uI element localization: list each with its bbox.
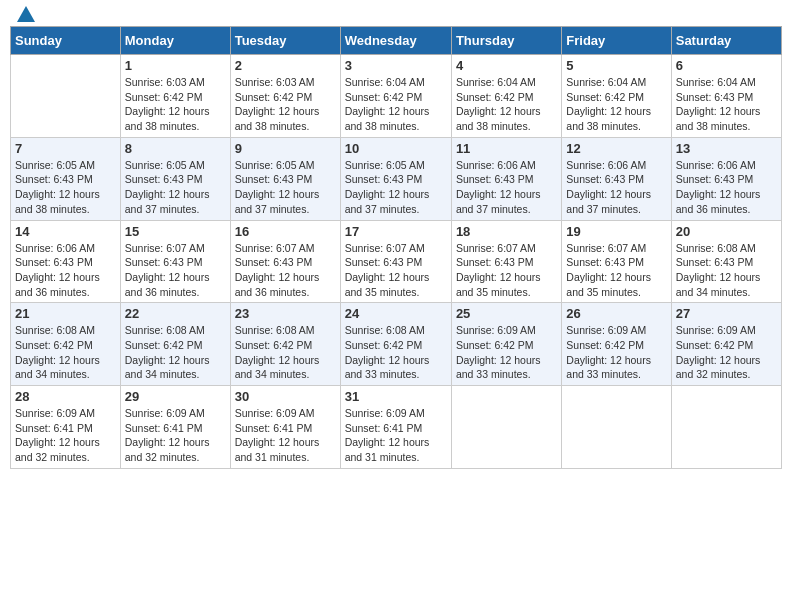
day-number: 11 [456,141,557,156]
day-info: Sunrise: 6:03 AMSunset: 6:42 PMDaylight:… [125,75,226,134]
calendar-cell: 30Sunrise: 6:09 AMSunset: 6:41 PMDayligh… [230,386,340,469]
calendar-cell: 9Sunrise: 6:05 AMSunset: 6:43 PMDaylight… [230,137,340,220]
day-number: 26 [566,306,666,321]
week-row-5: 28Sunrise: 6:09 AMSunset: 6:41 PMDayligh… [11,386,782,469]
day-number: 13 [676,141,777,156]
day-info: Sunrise: 6:07 AMSunset: 6:43 PMDaylight:… [125,241,226,300]
calendar-cell: 28Sunrise: 6:09 AMSunset: 6:41 PMDayligh… [11,386,121,469]
day-info: Sunrise: 6:08 AMSunset: 6:42 PMDaylight:… [125,323,226,382]
col-header-thursday: Thursday [451,27,561,55]
calendar-cell [562,386,671,469]
day-number: 5 [566,58,666,73]
calendar-cell: 23Sunrise: 6:08 AMSunset: 6:42 PMDayligh… [230,303,340,386]
calendar-cell: 27Sunrise: 6:09 AMSunset: 6:42 PMDayligh… [671,303,781,386]
day-number: 19 [566,224,666,239]
day-info: Sunrise: 6:09 AMSunset: 6:42 PMDaylight:… [676,323,777,382]
calendar-cell: 17Sunrise: 6:07 AMSunset: 6:43 PMDayligh… [340,220,451,303]
calendar-cell: 14Sunrise: 6:06 AMSunset: 6:43 PMDayligh… [11,220,121,303]
day-number: 7 [15,141,116,156]
calendar-cell: 2Sunrise: 6:03 AMSunset: 6:42 PMDaylight… [230,55,340,138]
day-info: Sunrise: 6:05 AMSunset: 6:43 PMDaylight:… [15,158,116,217]
day-number: 17 [345,224,447,239]
calendar-header-row: SundayMondayTuesdayWednesdayThursdayFrid… [11,27,782,55]
day-info: Sunrise: 6:08 AMSunset: 6:42 PMDaylight:… [235,323,336,382]
day-info: Sunrise: 6:05 AMSunset: 6:43 PMDaylight:… [235,158,336,217]
day-info: Sunrise: 6:08 AMSunset: 6:42 PMDaylight:… [345,323,447,382]
calendar-cell: 26Sunrise: 6:09 AMSunset: 6:42 PMDayligh… [562,303,671,386]
day-number: 23 [235,306,336,321]
day-number: 4 [456,58,557,73]
calendar-cell: 7Sunrise: 6:05 AMSunset: 6:43 PMDaylight… [11,137,121,220]
day-info: Sunrise: 6:03 AMSunset: 6:42 PMDaylight:… [235,75,336,134]
calendar-cell: 31Sunrise: 6:09 AMSunset: 6:41 PMDayligh… [340,386,451,469]
calendar-cell: 24Sunrise: 6:08 AMSunset: 6:42 PMDayligh… [340,303,451,386]
day-number: 12 [566,141,666,156]
calendar-cell: 22Sunrise: 6:08 AMSunset: 6:42 PMDayligh… [120,303,230,386]
col-header-monday: Monday [120,27,230,55]
col-header-saturday: Saturday [671,27,781,55]
day-info: Sunrise: 6:09 AMSunset: 6:41 PMDaylight:… [15,406,116,465]
week-row-1: 1Sunrise: 6:03 AMSunset: 6:42 PMDaylight… [11,55,782,138]
day-number: 16 [235,224,336,239]
day-number: 15 [125,224,226,239]
calendar-cell: 6Sunrise: 6:04 AMSunset: 6:43 PMDaylight… [671,55,781,138]
day-info: Sunrise: 6:07 AMSunset: 6:43 PMDaylight:… [456,241,557,300]
calendar-cell: 19Sunrise: 6:07 AMSunset: 6:43 PMDayligh… [562,220,671,303]
calendar-cell: 12Sunrise: 6:06 AMSunset: 6:43 PMDayligh… [562,137,671,220]
day-info: Sunrise: 6:07 AMSunset: 6:43 PMDaylight:… [235,241,336,300]
week-row-2: 7Sunrise: 6:05 AMSunset: 6:43 PMDaylight… [11,137,782,220]
calendar-cell: 3Sunrise: 6:04 AMSunset: 6:42 PMDaylight… [340,55,451,138]
day-info: Sunrise: 6:09 AMSunset: 6:42 PMDaylight:… [566,323,666,382]
calendar-cell: 21Sunrise: 6:08 AMSunset: 6:42 PMDayligh… [11,303,121,386]
calendar-cell: 10Sunrise: 6:05 AMSunset: 6:43 PMDayligh… [340,137,451,220]
day-info: Sunrise: 6:06 AMSunset: 6:43 PMDaylight:… [15,241,116,300]
day-info: Sunrise: 6:08 AMSunset: 6:42 PMDaylight:… [15,323,116,382]
day-info: Sunrise: 6:04 AMSunset: 6:43 PMDaylight:… [676,75,777,134]
logo-triangle-icon [17,6,35,22]
day-info: Sunrise: 6:04 AMSunset: 6:42 PMDaylight:… [456,75,557,134]
day-info: Sunrise: 6:09 AMSunset: 6:41 PMDaylight:… [235,406,336,465]
day-number: 8 [125,141,226,156]
calendar-cell: 5Sunrise: 6:04 AMSunset: 6:42 PMDaylight… [562,55,671,138]
calendar-cell: 20Sunrise: 6:08 AMSunset: 6:43 PMDayligh… [671,220,781,303]
day-info: Sunrise: 6:05 AMSunset: 6:43 PMDaylight:… [125,158,226,217]
day-number: 3 [345,58,447,73]
day-info: Sunrise: 6:06 AMSunset: 6:43 PMDaylight:… [676,158,777,217]
day-info: Sunrise: 6:09 AMSunset: 6:42 PMDaylight:… [456,323,557,382]
day-number: 1 [125,58,226,73]
calendar-cell: 13Sunrise: 6:06 AMSunset: 6:43 PMDayligh… [671,137,781,220]
calendar-cell: 4Sunrise: 6:04 AMSunset: 6:42 PMDaylight… [451,55,561,138]
week-row-3: 14Sunrise: 6:06 AMSunset: 6:43 PMDayligh… [11,220,782,303]
day-number: 22 [125,306,226,321]
day-number: 10 [345,141,447,156]
col-header-friday: Friday [562,27,671,55]
day-info: Sunrise: 6:05 AMSunset: 6:43 PMDaylight:… [345,158,447,217]
calendar-cell: 11Sunrise: 6:06 AMSunset: 6:43 PMDayligh… [451,137,561,220]
day-number: 24 [345,306,447,321]
day-info: Sunrise: 6:06 AMSunset: 6:43 PMDaylight:… [566,158,666,217]
day-info: Sunrise: 6:08 AMSunset: 6:43 PMDaylight:… [676,241,777,300]
day-number: 27 [676,306,777,321]
calendar-cell: 8Sunrise: 6:05 AMSunset: 6:43 PMDaylight… [120,137,230,220]
calendar-cell: 16Sunrise: 6:07 AMSunset: 6:43 PMDayligh… [230,220,340,303]
col-header-tuesday: Tuesday [230,27,340,55]
day-number: 30 [235,389,336,404]
day-info: Sunrise: 6:09 AMSunset: 6:41 PMDaylight:… [125,406,226,465]
calendar-cell: 29Sunrise: 6:09 AMSunset: 6:41 PMDayligh… [120,386,230,469]
day-number: 31 [345,389,447,404]
calendar-cell: 1Sunrise: 6:03 AMSunset: 6:42 PMDaylight… [120,55,230,138]
day-number: 9 [235,141,336,156]
day-number: 2 [235,58,336,73]
col-header-wednesday: Wednesday [340,27,451,55]
col-header-sunday: Sunday [11,27,121,55]
day-number: 29 [125,389,226,404]
day-number: 18 [456,224,557,239]
day-info: Sunrise: 6:06 AMSunset: 6:43 PMDaylight:… [456,158,557,217]
header [10,10,782,18]
day-number: 20 [676,224,777,239]
day-info: Sunrise: 6:09 AMSunset: 6:41 PMDaylight:… [345,406,447,465]
day-number: 6 [676,58,777,73]
calendar-cell: 18Sunrise: 6:07 AMSunset: 6:43 PMDayligh… [451,220,561,303]
logo [14,10,35,18]
day-number: 25 [456,306,557,321]
